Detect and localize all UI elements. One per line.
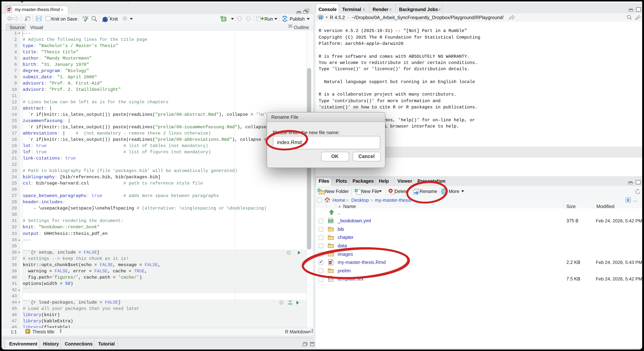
svg-text:YML: YML	[328, 220, 333, 222]
svg-text:Rmd: Rmd	[328, 262, 332, 264]
svg-text:ABC: ABC	[82, 15, 89, 19]
svg-text:Rmd: Rmd	[7, 9, 11, 11]
svg-text:R: R	[627, 198, 630, 202]
svg-text:R: R	[319, 15, 323, 20]
